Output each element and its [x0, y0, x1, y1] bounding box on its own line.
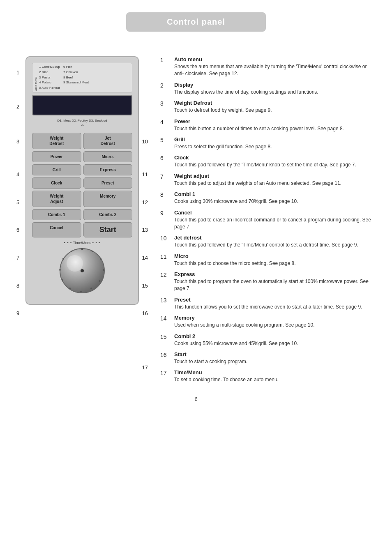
label-2: 2	[16, 104, 19, 110]
desc-title-17: Time/Menu	[174, 369, 279, 375]
page: Control panel 1 2 3 4 5 6 7 8 9 10 11 12…	[0, 0, 392, 555]
desc-title-11: Micro	[174, 253, 296, 259]
panel-body: Auto Menu 1 Coffee/Soup 2 Rice 3 Pasta 4…	[25, 56, 139, 305]
desc-title-8: Combi 1	[174, 191, 298, 197]
label-12: 12	[142, 199, 148, 205]
desc-text-8: Cooks using 30% microwave and 70%grill. …	[174, 198, 298, 205]
header-bar: Control panel	[126, 12, 266, 32]
weight-defrost-button[interactable]: WeightDefrost	[32, 133, 81, 149]
desc-item-8: 8 Combi 1 Cooks using 30% microwave and …	[160, 191, 376, 205]
desc-item-1: 1 Auto menu Shows the auto menus that ar…	[160, 56, 376, 78]
defrost-label: D1. Meat D2. Poultry D3. Seafood	[32, 119, 132, 122]
button-grid: WeightDefrost JetDefrost Power Micro. Gr…	[32, 133, 132, 237]
label-13: 13	[142, 227, 148, 233]
combi2-button[interactable]: Combi. 2	[83, 209, 133, 220]
desc-text-16: Touch to start a cooking program.	[174, 358, 247, 365]
desc-title-1: Auto menu	[174, 56, 376, 62]
main-layout: 1 2 3 4 5 6 7 8 9 10 11 12 13 14 15 16 1…	[16, 56, 376, 388]
display-screen	[32, 95, 132, 115]
desc-item-6: 6 Clock Touch this pad followed by the '…	[160, 154, 376, 168]
desc-title-2: Display	[174, 82, 318, 88]
desc-text-7: Touch this pad to adjust the weights of …	[174, 180, 341, 187]
desc-item-16: 16 Start Touch to start a cooking progra…	[160, 351, 376, 365]
page-number: 6	[16, 396, 376, 402]
desc-item-9: 9 Cancel Touch this pad to erase an inco…	[160, 210, 376, 231]
auto-menu-col1: 1 Coffee/Soup 2 Rice 3 Pasta 4 Potato 5 …	[39, 64, 60, 91]
label-16: 16	[142, 310, 148, 316]
jet-defrost-button[interactable]: JetDefrost	[83, 133, 133, 149]
label-9: 9	[16, 310, 19, 316]
preset-button[interactable]: Preset	[83, 177, 133, 189]
micro-button[interactable]: Micro.	[83, 151, 133, 162]
label-11: 11	[142, 171, 148, 177]
desc-item-15: 15 Combi 2 Cooks using 55% microwave and…	[160, 333, 376, 347]
desc-item-11: 11 Micro Touch this pad to choose the mi…	[160, 253, 376, 267]
desc-title-4: Power	[174, 118, 344, 124]
desc-text-2: The display shows the time of day, cooki…	[174, 89, 318, 96]
desc-text-4: Touch this button a number of times to s…	[174, 125, 344, 132]
label-8: 8	[16, 283, 19, 289]
auto-menu-vertical-label: Auto Menu	[35, 64, 37, 91]
knob-area: • • • Time/Menu • • •	[32, 241, 132, 298]
desc-item-3: 3 Weight Defrost Touch to defrost food b…	[160, 100, 376, 114]
label-4: 4	[16, 171, 19, 177]
grill-button[interactable]: Grill	[32, 164, 81, 175]
label-3: 3	[16, 138, 19, 145]
auto-menu-strip: Auto Menu 1 Coffee/Soup 2 Rice 3 Pasta 4…	[32, 63, 132, 92]
express-button[interactable]: Express	[83, 164, 133, 175]
desc-text-1: Shows the auto menus that are available …	[174, 63, 376, 78]
desc-item-10: 10 Jet defrost Touch this pad followed b…	[160, 235, 376, 249]
desc-item-12: 12 Express Touch this pad to program the…	[160, 271, 376, 292]
knob-container: • • • Time/Menu • • •	[53, 241, 111, 294]
desc-text-3: Touch to defrost food by weight. See pag…	[174, 107, 272, 114]
memory-button[interactable]: Memory	[83, 191, 133, 207]
desc-title-7: Weight adjust	[174, 173, 341, 179]
desc-text-11: Touch this pad to choose the micro setti…	[174, 260, 296, 267]
desc-title-12: Express	[174, 271, 376, 277]
knob-label: • • • Time/Menu • • •	[64, 241, 100, 245]
label-7: 7	[16, 255, 19, 261]
desc-title-5: Grill	[174, 136, 272, 143]
desc-title-9: Cancel	[174, 210, 376, 216]
label-10: 10	[142, 138, 148, 145]
descriptions: 1 Auto menu Shows the auto menus that ar…	[156, 56, 376, 388]
cancel-button[interactable]: Cancel	[32, 222, 81, 237]
time-menu-knob[interactable]	[60, 248, 105, 293]
desc-title-13: Preset	[174, 297, 362, 303]
clock-button[interactable]: Clock	[32, 177, 81, 189]
power-button[interactable]: Power	[32, 151, 81, 162]
desc-text-5: Press to select the grill function. See …	[174, 143, 272, 150]
label-15: 15	[142, 283, 148, 289]
desc-text-13: This function allows you to set the micr…	[174, 304, 362, 311]
desc-title-14: Memory	[174, 315, 315, 321]
weight-adjust-button[interactable]: WeightAdjust	[32, 191, 81, 207]
arrow-icon: ⌃	[32, 123, 132, 131]
desc-text-10: Touch this pad followed by the 'Time/Men…	[174, 242, 358, 249]
desc-item-13: 13 Preset This function allows you to se…	[160, 297, 376, 311]
desc-title-3: Weight Defrost	[174, 100, 272, 106]
desc-text-12: Touch this pad to program the oven to au…	[174, 278, 376, 292]
desc-item-2: 2 Display The display shows the time of …	[160, 82, 376, 96]
auto-menu-col2: 6 Fish 7 Chicken 8 Beef 9 Skewered Meat	[63, 64, 89, 91]
label-6: 6	[16, 227, 19, 233]
label-14: 14	[142, 255, 148, 261]
page-title: Control panel	[126, 17, 266, 27]
desc-item-5: 5 Grill Press to select the grill functi…	[160, 136, 376, 150]
combi1-button[interactable]: Combi. 1	[32, 209, 81, 220]
desc-title-10: Jet defrost	[174, 235, 358, 241]
desc-title-15: Combi 2	[174, 333, 298, 339]
desc-item-7: 7 Weight adjust Touch this pad to adjust…	[160, 173, 376, 187]
desc-text-9: Touch this pad to erase an incorrect com…	[174, 216, 376, 231]
label-5: 5	[16, 199, 19, 205]
desc-title-6: Clock	[174, 154, 356, 161]
panel-illustration: 1 2 3 4 5 6 7 8 9 10 11 12 13 14 15 16 1…	[16, 56, 148, 305]
desc-item-17: 17 Time/Menu To set a cooking time. To c…	[160, 369, 376, 383]
start-button[interactable]: Start	[83, 222, 133, 237]
desc-text-6: Touch this pad followed by the 'Time/Men…	[174, 161, 356, 168]
label-1: 1	[16, 69, 19, 76]
desc-text-14: Used when setting a multi-stage cooking …	[174, 322, 315, 329]
desc-text-17: To set a cooking time. To choose an auto…	[174, 376, 279, 383]
desc-text-15: Cooks using 55% microwave and 45%grill. …	[174, 340, 298, 347]
desc-item-14: 14 Memory Used when setting a multi-stag…	[160, 315, 376, 329]
label-17: 17	[142, 364, 148, 371]
